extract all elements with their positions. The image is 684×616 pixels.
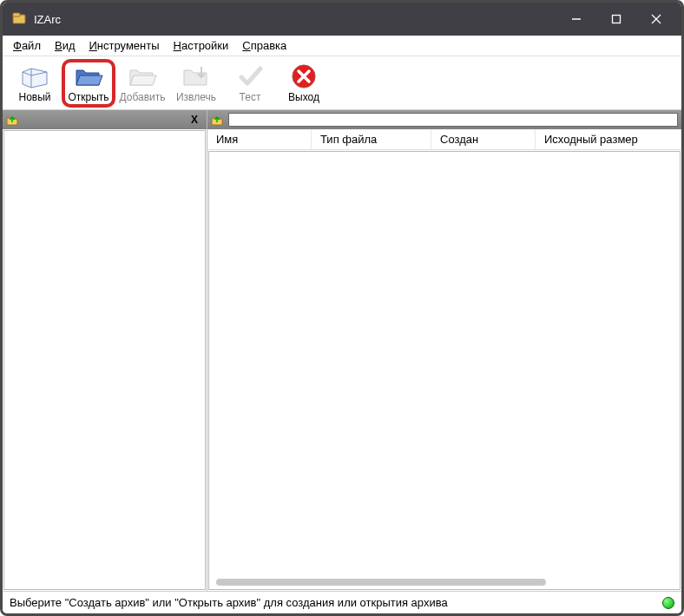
- window-controls: [556, 5, 676, 33]
- menu-view[interactable]: Вид: [48, 37, 82, 54]
- right-pane-header: [207, 110, 681, 129]
- add-label: Добавить: [119, 91, 165, 103]
- extract-icon: [181, 63, 212, 89]
- exit-button[interactable]: Выход: [277, 59, 331, 108]
- menu-help[interactable]: Справка: [235, 37, 293, 54]
- extract-button: Извлечь: [169, 59, 223, 108]
- open-label: Открыть: [68, 91, 109, 103]
- window-title: IZArc: [34, 13, 556, 26]
- col-type[interactable]: Тип файла: [312, 129, 431, 149]
- menubar: Файл Вид Инструменты Настройки Справка: [3, 36, 681, 56]
- app-window: IZArc Файл Вид Инструменты Настройки Спр…: [0, 0, 684, 616]
- extract-label: Извлечь: [176, 91, 216, 103]
- path-input[interactable]: [228, 113, 678, 127]
- test-checkmark-icon: [234, 63, 266, 89]
- close-button[interactable]: [636, 5, 676, 33]
- status-text: Выберите "Создать архив" или "Открыть ар…: [10, 596, 448, 609]
- test-button: Тест: [223, 59, 277, 108]
- folder-tree[interactable]: [3, 130, 206, 590]
- maximize-button[interactable]: [596, 5, 636, 33]
- exit-label: Выход: [288, 91, 319, 103]
- column-headers: Имя Тип файла Создан Исходный размер: [207, 129, 681, 150]
- left-pane-close[interactable]: X: [186, 114, 203, 126]
- svg-rect-3: [613, 16, 621, 23]
- status-led-icon: [662, 597, 674, 609]
- add-button: Добавить: [115, 59, 169, 108]
- horizontal-scrollbar[interactable]: [216, 579, 546, 586]
- add-folder-icon: [127, 63, 158, 89]
- app-icon: [11, 11, 27, 27]
- new-icon: [19, 63, 50, 89]
- up-folder-icon[interactable]: [211, 114, 223, 126]
- content-area: X Имя Тип файла Создан Исходный размер: [3, 110, 681, 591]
- menu-file[interactable]: Файл: [6, 37, 48, 54]
- exit-icon: [288, 63, 319, 89]
- menu-tools[interactable]: Инструменты: [82, 37, 167, 54]
- col-name[interactable]: Имя: [207, 129, 312, 149]
- titlebar: IZArc: [3, 3, 681, 36]
- file-list[interactable]: [208, 151, 681, 590]
- right-pane: Имя Тип файла Создан Исходный размер: [207, 110, 681, 591]
- svg-rect-1: [13, 13, 20, 16]
- statusbar: Выберите "Создать архив" или "Открыть ар…: [3, 591, 681, 613]
- toolbar: Новый Открыть Добавить: [3, 56, 681, 110]
- col-orig-size[interactable]: Исходный размер: [536, 129, 681, 149]
- left-pane-header: X: [3, 110, 207, 129]
- test-label: Тест: [240, 91, 261, 103]
- minimize-button[interactable]: [556, 5, 596, 33]
- open-folder-icon: [73, 63, 104, 89]
- up-folder-icon[interactable]: [6, 114, 18, 126]
- left-pane: X: [3, 110, 207, 591]
- open-button[interactable]: Открыть: [62, 59, 115, 108]
- new-button[interactable]: Новый: [8, 59, 62, 108]
- new-label: Новый: [18, 91, 50, 103]
- menu-settings[interactable]: Настройки: [167, 37, 236, 54]
- col-created[interactable]: Создан: [431, 129, 536, 149]
